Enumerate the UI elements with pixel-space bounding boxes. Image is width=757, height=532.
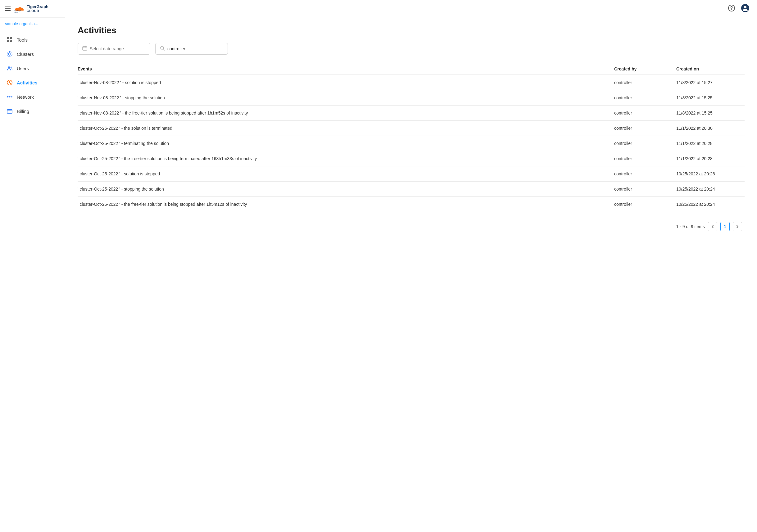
- svg-rect-28: [83, 46, 87, 50]
- cell-created-on: 10/25/2022 at 20:24: [676, 187, 744, 192]
- pagination-current-page[interactable]: 1: [720, 222, 730, 231]
- sidebar-item-tools[interactable]: Tools: [0, 33, 65, 47]
- org-name[interactable]: sample-organiza...: [0, 18, 65, 30]
- cell-created-by: controller: [614, 202, 676, 207]
- user-avatar[interactable]: [741, 4, 749, 13]
- sidebar-item-activities[interactable]: Activities: [0, 75, 65, 90]
- cell-created-on: 11/8/2022 at 15:27: [676, 80, 744, 85]
- cell-created-by: controller: [614, 110, 676, 115]
- sidebar-item-users[interactable]: Users: [0, 61, 65, 75]
- cell-created-by: controller: [614, 171, 676, 176]
- sidebar-item-billing[interactable]: Billing: [0, 104, 65, 118]
- filters-row: [77, 43, 744, 55]
- table-row: ' cluster-Oct-25-2022 ' - stopping the s…: [77, 182, 744, 197]
- search-input[interactable]: [167, 46, 223, 51]
- activities-table: Events Created by Created on ' cluster-N…: [77, 63, 744, 212]
- sidebar-item-activities-label: Activities: [17, 80, 38, 85]
- svg-point-10: [8, 53, 11, 55]
- sidebar: TigerGraph CLOUD TigerGraph CLOUD sample…: [0, 0, 65, 532]
- svg-point-13: [8, 67, 10, 68]
- svg-rect-6: [7, 37, 9, 39]
- svg-point-17: [7, 96, 8, 98]
- cell-created-on: 10/25/2022 at 20:26: [676, 171, 744, 176]
- sidebar-item-clusters[interactable]: Clusters: [0, 47, 65, 61]
- cell-created-on: 11/1/2022 at 20:28: [676, 141, 744, 146]
- sidebar-header: TigerGraph CLOUD TigerGraph CLOUD: [0, 0, 65, 18]
- table-row: ' cluster-Nov-08-2022 ' - stopping the s…: [77, 90, 744, 105]
- svg-rect-7: [10, 37, 12, 39]
- sidebar-item-tools-label: Tools: [17, 37, 28, 43]
- users-icon: [6, 65, 13, 72]
- page-title: Activities: [77, 25, 744, 35]
- cell-event: ' cluster-Oct-25-2022 ' - solution is st…: [77, 171, 614, 176]
- sidebar-item-network[interactable]: Network: [0, 90, 65, 104]
- cell-created-by: controller: [614, 187, 676, 192]
- billing-icon: [6, 108, 13, 114]
- svg-point-14: [11, 67, 12, 68]
- cell-event: ' cluster-Nov-08-2022 ' - stopping the s…: [77, 95, 614, 100]
- svg-line-33: [163, 49, 165, 50]
- svg-rect-8: [7, 40, 9, 42]
- svg-point-18: [11, 96, 13, 98]
- hamburger-menu-button[interactable]: [5, 7, 11, 11]
- cell-created-on: 11/1/2022 at 20:30: [676, 126, 744, 131]
- cell-created-by: controller: [614, 126, 676, 131]
- table-row: ' cluster-Nov-08-2022 ' - the free-tier …: [77, 105, 744, 121]
- pagination-summary: 1 - 9 of 9 items: [676, 224, 705, 229]
- table-row: ' cluster-Oct-25-2022 ' - terminating th…: [77, 136, 744, 151]
- table-body: ' cluster-Nov-08-2022 ' - solution is st…: [77, 75, 744, 212]
- cell-created-on: 11/1/2022 at 20:28: [676, 156, 744, 161]
- cell-created-by: controller: [614, 141, 676, 146]
- cell-event: ' cluster-Nov-08-2022 ' - solution is st…: [77, 80, 614, 85]
- help-button[interactable]: [727, 4, 736, 13]
- grid-icon: [6, 36, 13, 43]
- sidebar-item-network-label: Network: [17, 94, 34, 100]
- cluster-icon: [6, 50, 13, 57]
- svg-rect-23: [8, 112, 9, 112]
- cell-created-by: controller: [614, 80, 676, 85]
- cell-event: ' cluster-Oct-25-2022 ' - stopping the s…: [77, 187, 614, 192]
- pagination: 1 - 9 of 9 items 1: [77, 222, 744, 231]
- table-row: ' cluster-Oct-25-2022 ' - solution is st…: [77, 166, 744, 182]
- sidebar-nav: Tools Clusters Users: [0, 30, 65, 121]
- logo: TigerGraph CLOUD TigerGraph CLOUD: [14, 4, 48, 13]
- sidebar-item-billing-label: Billing: [17, 109, 29, 114]
- network-icon: [6, 93, 13, 100]
- clock-icon: [6, 79, 13, 86]
- logo-tiger-text: TigerGraph: [27, 5, 48, 9]
- sidebar-item-clusters-label: Clusters: [17, 51, 34, 57]
- cell-created-by: controller: [614, 95, 676, 100]
- cell-event: ' cluster-Oct-25-2022 ' - the solution i…: [77, 126, 614, 131]
- main-content: Activities: [65, 0, 757, 532]
- svg-rect-21: [7, 109, 12, 113]
- svg-point-12: [9, 51, 10, 52]
- svg-rect-9: [10, 40, 12, 42]
- table-row: ' cluster-Oct-25-2022 ' - the free-tier …: [77, 151, 744, 166]
- table-row: ' cluster-Nov-08-2022 ' - solution is st…: [77, 75, 744, 90]
- svg-text:CLOUD: CLOUD: [14, 12, 18, 13]
- logo-cloud-text: CLOUD: [27, 9, 48, 13]
- cell-event: ' cluster-Oct-25-2022 ' - terminating th…: [77, 141, 614, 146]
- table-row: ' cluster-Oct-25-2022 ' - the solution i…: [77, 121, 744, 136]
- table-row: ' cluster-Oct-25-2022 ' - the free-tier …: [77, 197, 744, 212]
- table-header: Events Created by Created on: [77, 63, 744, 75]
- date-range-input[interactable]: [90, 46, 146, 51]
- search-wrapper: [155, 43, 228, 55]
- svg-point-16: [9, 96, 10, 98]
- cell-created-on: 11/8/2022 at 15:25: [676, 110, 744, 115]
- svg-point-25: [731, 9, 732, 10]
- page-content: Activities: [65, 16, 757, 532]
- cell-event: ' cluster-Oct-25-2022 ' - the free-tier …: [77, 156, 614, 161]
- search-icon: [160, 45, 165, 52]
- svg-point-27: [744, 6, 746, 8]
- pagination-next-button[interactable]: [733, 222, 742, 231]
- cell-created-by: controller: [614, 156, 676, 161]
- topbar: [65, 0, 757, 16]
- date-range-picker[interactable]: [77, 43, 150, 55]
- cell-created-on: 11/8/2022 at 15:25: [676, 95, 744, 100]
- cell-created-on: 10/25/2022 at 20:24: [676, 202, 744, 207]
- calendar-icon: [82, 45, 87, 52]
- pagination-prev-button[interactable]: [708, 222, 717, 231]
- sidebar-item-users-label: Users: [17, 66, 29, 71]
- cell-event: ' cluster-Oct-25-2022 ' - the free-tier …: [77, 202, 614, 207]
